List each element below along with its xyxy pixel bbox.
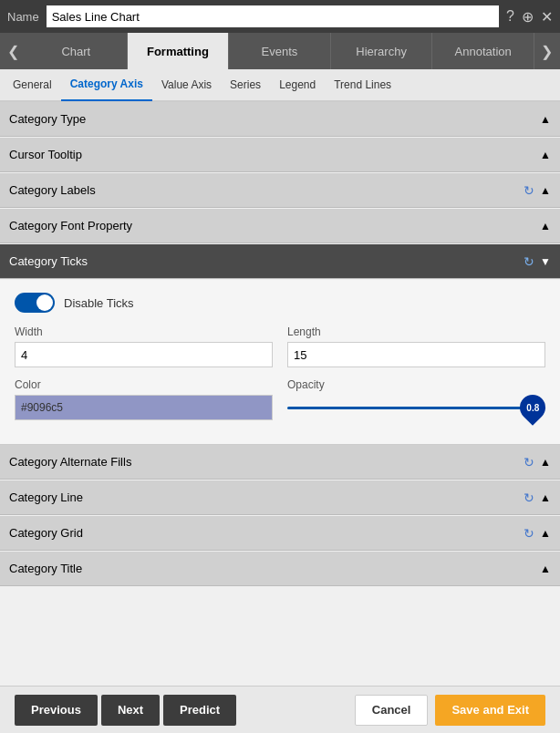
title-icons: ? ⊕ ✕ [506,8,553,26]
width-length-row: Width Length [15,325,545,367]
section-category-font-property-icons: ▲ [540,220,551,232]
section-category-title[interactable]: Category Title ▲ [0,552,560,586]
color-swatch[interactable]: #9096c5 [15,395,273,420]
section-category-ticks[interactable]: Category Ticks ↻ ▼ [0,244,560,279]
section-category-alternate-fills-icons: ↻ ▲ [524,455,551,470]
subtab-general[interactable]: General [4,68,61,101]
section-category-title-label: Category Title [9,562,82,575]
section-cursor-tooltip-label: Cursor Tooltip [9,148,82,161]
slider-line: 0.8 [287,407,545,409]
reset-icon[interactable]: ↻ [524,490,534,505]
section-category-grid-label: Category Grid [9,526,83,540]
tab-next-btn[interactable]: ❯ [534,33,560,69]
sub-tab-bar: General Category Axis Value Axis Series … [0,69,560,102]
color-hex-value: #9096c5 [21,401,63,414]
chevron-up-icon: ▲ [540,456,551,469]
subtab-legend[interactable]: Legend [270,68,325,101]
bottom-bar: Previous Next Predict Cancel Save and Ex… [0,686,560,733]
section-category-type[interactable]: Category Type ▲ [0,102,560,137]
section-cursor-tooltip[interactable]: Cursor Tooltip ▲ [0,138,560,172]
section-category-type-icons: ▲ [540,113,551,126]
subtab-series[interactable]: Series [221,68,270,101]
disable-ticks-label: Disable Ticks [64,296,134,310]
save-exit-button[interactable]: Save and Exit [435,695,545,726]
section-category-title-icons: ▲ [540,563,551,575]
length-label: Length [287,325,545,338]
toggle-knob [36,294,53,311]
section-category-alternate-fills[interactable]: Category Alternate Fills ↻ ▲ [0,445,560,480]
section-category-line-icons: ↻ ▲ [524,490,551,505]
length-input[interactable] [287,342,545,367]
reset-icon[interactable]: ↻ [524,526,534,541]
length-group: Length [287,325,545,367]
chevron-up-icon: ▲ [540,563,551,575]
predict-button[interactable]: Predict [163,695,236,726]
title-bar: Name ? ⊕ ✕ [0,0,560,33]
section-category-ticks-label: Category Ticks [9,254,88,268]
section-category-grid-icons: ↻ ▲ [524,526,551,541]
chevron-up-icon: ▲ [540,527,551,540]
help-icon[interactable]: ? [506,8,514,26]
bottom-left-buttons: Previous Next Predict [15,695,236,726]
title-input[interactable] [47,5,499,27]
next-button[interactable]: Next [101,695,160,726]
disable-ticks-row: Disable Ticks [15,293,545,313]
section-category-type-label: Category Type [9,112,86,126]
tab-events[interactable]: Events [229,33,331,69]
opacity-label: Opacity [287,378,545,391]
opacity-value: 0.8 [526,403,539,413]
width-group: Width [15,325,273,367]
color-label: Color [15,378,273,391]
close-icon[interactable]: ✕ [541,8,553,26]
tab-annotation[interactable]: Annotation [432,33,534,69]
content-area: Category Type ▲ Cursor Tooltip ▲ Categor… [0,102,560,686]
section-category-font-property[interactable]: Category Font Property ▲ [0,209,560,243]
reset-icon[interactable]: ↻ [524,183,534,198]
category-ticks-content: Disable Ticks Width Length Color #9096c5 [0,280,560,445]
color-opacity-row: Color #9096c5 Opacity 0.8 [15,378,545,420]
reset-icon[interactable]: ↻ [524,455,534,470]
subtab-category-axis[interactable]: Category Axis [61,68,152,101]
tab-prev-btn[interactable]: ❮ [0,33,26,69]
chevron-up-icon: ▲ [540,491,551,504]
section-category-line-label: Category Line [9,490,83,504]
section-category-line[interactable]: Category Line ↻ ▲ [0,480,560,515]
section-cursor-tooltip-icons: ▲ [540,149,551,161]
opacity-slider[interactable]: 0.8 [287,395,545,420]
disable-ticks-toggle[interactable] [15,293,55,313]
section-category-labels[interactable]: Category Labels ↻ ▲ [0,173,560,208]
tab-formatting[interactable]: Formatting [128,33,230,69]
section-category-font-property-label: Category Font Property [9,219,132,232]
tab-hierarchy[interactable]: Hierarchy [331,33,433,69]
width-label: Width [15,325,273,338]
subtab-value-axis[interactable]: Value Axis [152,68,221,101]
cancel-button[interactable]: Cancel [355,695,429,726]
slider-bubble: 0.8 [514,389,551,426]
previous-button[interactable]: Previous [15,695,98,726]
color-group: Color #9096c5 [15,378,273,420]
width-input[interactable] [15,342,273,367]
chevron-up-icon: ▲ [540,184,551,197]
section-category-labels-label: Category Labels [9,183,96,197]
tab-chart[interactable]: Chart [26,33,128,69]
section-category-ticks-icons: ↻ ▼ [524,254,551,269]
chevron-up-icon: ▲ [540,149,551,161]
subtab-trend-lines[interactable]: Trend Lines [325,68,400,101]
top-tab-bar: ❮ Chart Formatting Events Hierarchy Anno… [0,33,560,69]
section-category-grid[interactable]: Category Grid ↻ ▲ [0,516,560,551]
name-label: Name [7,10,39,24]
move-icon[interactable]: ⊕ [522,8,534,26]
section-category-labels-icons: ↻ ▲ [524,183,551,198]
chevron-up-icon: ▲ [540,220,551,232]
section-category-alternate-fills-label: Category Alternate Fills [9,455,131,469]
opacity-group: Opacity 0.8 [287,378,545,420]
chevron-up-icon: ▲ [540,113,551,126]
chevron-down-icon: ▼ [540,255,551,268]
reset-icon[interactable]: ↻ [524,254,534,269]
bottom-right-buttons: Cancel Save and Exit [355,695,545,726]
